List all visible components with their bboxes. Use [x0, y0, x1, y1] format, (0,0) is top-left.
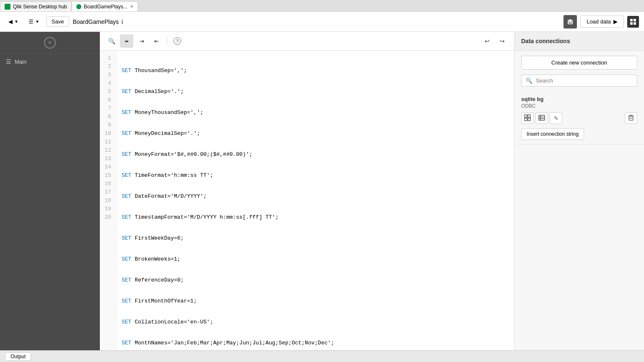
line-numbers: 12345 678910 1112131415 1617181920: [100, 51, 117, 350]
undo-button[interactable]: ↩: [480, 34, 494, 48]
svg-point-2: [569, 21, 569, 22]
left-sidebar: + ☰ Main: [0, 32, 100, 350]
help-icon: ?: [174, 37, 181, 45]
svg-rect-13: [539, 115, 545, 120]
indent-left-icon: ⇤: [154, 38, 159, 44]
svg-rect-17: [629, 116, 633, 120]
connection-type: ODBC: [521, 103, 637, 109]
back-icon: ◀: [8, 18, 13, 25]
plus-icon: +: [47, 39, 52, 47]
app-name-text: BoardGamePlays: [73, 18, 119, 25]
redo-icon: ↪: [500, 38, 505, 44]
save-button[interactable]: Save: [46, 16, 70, 27]
edit-icon: ✎: [554, 115, 558, 122]
search-input[interactable]: [536, 78, 633, 84]
svg-point-3: [571, 21, 571, 22]
connection-name: sqlite bg: [521, 96, 637, 102]
svg-rect-5: [630, 19, 633, 21]
indent-left-button[interactable]: ⇤: [150, 34, 164, 48]
hub-tab-label: Qlik Sense Desktop hub: [13, 4, 67, 10]
svg-rect-10: [528, 115, 530, 117]
nav-menu-button[interactable]: ☰ ▼: [25, 17, 43, 26]
app-tab-icon: [76, 4, 81, 9]
select-data-icon: [524, 114, 531, 122]
svg-rect-9: [525, 115, 527, 117]
search-icon: 🔍: [108, 38, 115, 44]
panel-title: Data connections: [514, 32, 644, 51]
svg-rect-7: [630, 22, 633, 25]
main-section-label: Main: [15, 59, 26, 65]
view-toggle-icon[interactable]: [627, 16, 639, 28]
code-content[interactable]: SET ThousandSep=','; SET DecimalSep='.';…: [117, 51, 514, 350]
load-data-label: Load data: [587, 18, 611, 25]
search-box[interactable]: 🔍: [521, 75, 637, 87]
search-button[interactable]: 🔍: [105, 34, 118, 48]
app-info-icon[interactable]: ℹ: [121, 18, 123, 25]
app-toolbar: ◀ ▼ ☰ ▼ Save BoardGamePlays ℹ Load data …: [0, 12, 644, 32]
qlik-tab-icon: [5, 4, 10, 10]
svg-rect-6: [634, 19, 636, 21]
help-button[interactable]: ?: [171, 34, 184, 48]
preview-data-button[interactable]: [535, 112, 548, 124]
back-button[interactable]: ◀ ▼: [5, 17, 22, 26]
load-data-button[interactable]: Load data ▶: [580, 16, 624, 28]
hub-tab[interactable]: Qlik Sense Desktop hub: [0, 1, 72, 11]
connection-item: sqlite bg ODBC: [514, 92, 644, 145]
main-layout: + ☰ Main 🔍 ▬ ⇥ ⇤ ?: [0, 32, 644, 350]
delete-icon: [628, 115, 634, 122]
play-icon: ▶: [613, 18, 618, 25]
connection-actions: ✎: [521, 112, 637, 124]
bottom-bar: Output: [0, 350, 644, 362]
preview-data-icon: [538, 114, 545, 122]
undo-icon: ↩: [485, 38, 490, 44]
block-comment-button[interactable]: ▬: [120, 34, 133, 48]
app-tab-label: BoardGamePlays...: [84, 4, 127, 10]
delete-connection-button[interactable]: [625, 112, 637, 124]
dropdown-icon: ▼: [14, 19, 18, 24]
svg-rect-8: [634, 22, 636, 25]
svg-rect-12: [528, 118, 530, 121]
nav-menu-icon: ☰: [29, 18, 34, 25]
select-data-button[interactable]: [521, 112, 534, 124]
app-name: BoardGamePlays ℹ: [73, 18, 123, 25]
sidebar-main-section[interactable]: ☰ Main: [0, 54, 99, 69]
edit-connection-button[interactable]: ✎: [550, 112, 562, 124]
close-tab-icon[interactable]: ✕: [130, 4, 133, 9]
app-tab[interactable]: BoardGamePlays... ✕: [72, 1, 138, 11]
svg-rect-11: [525, 118, 527, 121]
sidebar-add-section: +: [0, 32, 99, 54]
block-icon: ▬: [125, 38, 128, 44]
nav-dropdown-icon: ▼: [35, 19, 39, 24]
output-button[interactable]: Output: [5, 352, 31, 361]
insert-connection-string-button[interactable]: Insert connection string: [521, 128, 584, 140]
code-editor[interactable]: 12345 678910 1112131415 1617181920 SET T…: [100, 51, 514, 350]
svg-rect-4: [569, 23, 572, 24]
hamburger-icon: ☰: [6, 58, 11, 65]
toolbar-separator: [167, 37, 167, 45]
browser-tabs: Qlik Sense Desktop hub BoardGamePlays...…: [0, 0, 644, 12]
svg-rect-1: [569, 19, 571, 21]
redo-button[interactable]: ↪: [496, 34, 509, 48]
editor-area: 🔍 ▬ ⇥ ⇤ ? ↩ ↪ 1: [100, 32, 514, 350]
search-box-icon: 🔍: [526, 78, 532, 84]
editor-toolbar: 🔍 ▬ ⇥ ⇤ ? ↩ ↪: [100, 32, 514, 51]
indent-right-button[interactable]: ⇥: [135, 34, 148, 48]
add-section-button[interactable]: +: [44, 37, 56, 49]
indent-right-icon: ⇥: [139, 38, 144, 44]
create-connection-button[interactable]: Create new connection: [521, 56, 637, 70]
data-connections-panel: Data connections Create new connection 🔍…: [514, 32, 644, 350]
robot-icon[interactable]: [564, 15, 577, 28]
